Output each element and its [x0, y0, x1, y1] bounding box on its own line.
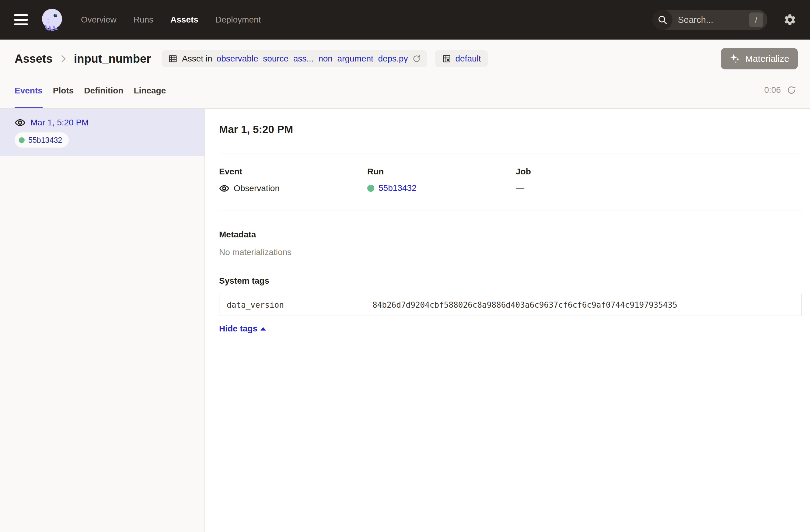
observation-eye-icon — [15, 117, 26, 128]
event-summary-columns: Event Observation Run 55b13432 Job — [219, 154, 802, 211]
job-column-label: Job — [516, 167, 802, 177]
run-success-dot — [19, 137, 25, 143]
settings-gear-icon[interactable] — [783, 13, 797, 27]
primary-nav: Overview Runs Assets Deployment — [81, 15, 261, 25]
refresh-icon[interactable] — [786, 85, 797, 95]
nav-item-runs[interactable]: Runs — [133, 15, 153, 25]
materialize-button-label: Materialize — [745, 53, 789, 64]
menu-icon[interactable] — [14, 14, 28, 25]
event-detail-title: Mar 1, 5:20 PM — [219, 123, 802, 135]
dagster-logo-icon[interactable] — [40, 8, 64, 32]
hide-tags-label: Hide tags — [219, 324, 257, 334]
search-icon — [652, 10, 673, 30]
search-input[interactable] — [673, 15, 749, 25]
run-id-badge-label: 55b13432 — [28, 136, 62, 145]
breadcrumb: Assets input_number — [15, 52, 151, 65]
events-sidebar: Mar 1, 5:20 PM 55b13432 — [0, 109, 205, 532]
divider — [219, 211, 802, 211]
tag-value-cell: 84b26d7d9204cbf588026c8a9886d403a6c9637c… — [365, 294, 802, 316]
chevron-right-icon — [58, 53, 68, 64]
reload-definitions-icon[interactable] — [412, 54, 421, 63]
page-title: input_number — [74, 52, 151, 65]
system-tags-heading: System tags — [219, 276, 802, 286]
refresh-countdown: 0:06 — [764, 85, 781, 95]
tab-plots[interactable]: Plots — [53, 72, 74, 108]
nav-item-assets[interactable]: Assets — [171, 15, 198, 25]
nav-item-overview[interactable]: Overview — [81, 15, 116, 25]
asset-tabs: Events Plots Definition Lineage 0:06 — [0, 72, 810, 109]
asset-group-pill: default — [435, 50, 487, 67]
table-row: data_version 84b26d7d9204cbf588026c8a988… — [220, 294, 802, 316]
tab-definition[interactable]: Definition — [84, 72, 123, 108]
job-column: Job — — [516, 167, 802, 194]
sparkle-icon — [729, 53, 741, 65]
run-column: Run 55b13432 — [367, 167, 516, 194]
run-status-dot — [367, 185, 374, 192]
hide-tags-link[interactable]: Hide tags — [219, 324, 266, 334]
caret-up-icon — [260, 327, 266, 331]
asset-header: Assets input_number Asset in observable_… — [0, 39, 810, 72]
table-icon — [168, 54, 178, 64]
auto-refresh-control: 0:06 — [764, 85, 797, 95]
event-detail-panel: Mar 1, 5:20 PM Event Observation Run 55b… — [205, 109, 810, 532]
observation-eye-icon — [219, 183, 229, 194]
run-column-label: Run — [367, 167, 516, 177]
breadcrumb-assets-link[interactable]: Assets — [15, 52, 53, 65]
asset-group-icon — [442, 54, 452, 64]
event-column-label: Event — [219, 167, 367, 177]
system-tags-table: data_version 84b26d7d9204cbf588026c8a988… — [219, 294, 802, 316]
event-column: Event Observation — [219, 167, 367, 194]
metadata-empty-text: No materializations — [219, 247, 802, 257]
asset-origin-pill: Asset in observable_source_ass..._non_ar… — [162, 50, 427, 67]
job-empty-value: — — [516, 183, 524, 193]
run-id-badge[interactable]: 55b13432 — [15, 132, 69, 148]
top-navigation: Overview Runs Assets Deployment / — [0, 0, 810, 39]
search-shortcut-badge: / — [749, 13, 763, 27]
tab-events[interactable]: Events — [15, 72, 43, 108]
metadata-heading: Metadata — [219, 230, 802, 240]
asset-group-link[interactable]: default — [455, 54, 481, 64]
asset-origin-file-link[interactable]: observable_source_ass..._non_argument_de… — [217, 54, 408, 64]
event-timestamp-link[interactable]: Mar 1, 5:20 PM — [30, 118, 88, 128]
nav-item-deployment[interactable]: Deployment — [215, 15, 261, 25]
global-search[interactable]: / — [652, 10, 767, 30]
run-id-link[interactable]: 55b13432 — [378, 183, 417, 193]
materialize-button[interactable]: Materialize — [721, 48, 798, 69]
tab-lineage[interactable]: Lineage — [133, 72, 166, 108]
event-list-item[interactable]: Mar 1, 5:20 PM 55b13432 — [0, 109, 205, 156]
asset-origin-prefix: Asset in — [182, 54, 212, 64]
tag-key-cell: data_version — [220, 294, 365, 316]
event-type-value: Observation — [234, 183, 280, 193]
